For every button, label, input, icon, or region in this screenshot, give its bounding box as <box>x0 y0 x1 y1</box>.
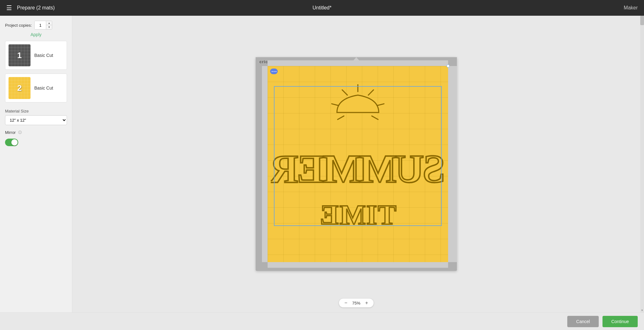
mat-thumbnail-1: 1 <box>8 44 31 66</box>
project-title: Untitled* <box>313 5 331 11</box>
copies-spinner: ▲ ▼ <box>46 21 52 29</box>
material-size-label: Material Size <box>5 109 67 113</box>
design-container[interactable]: SUMMER TIME <box>271 69 445 246</box>
sidebar-empty <box>5 150 67 307</box>
mat-label-1: Basic Cut <box>34 53 53 58</box>
mat-thumbnail-2: 2 <box>8 77 31 99</box>
svg-text:SUMMER: SUMMER <box>271 146 445 191</box>
mirror-label: Mirror <box>5 130 16 135</box>
cancel-button[interactable]: Cancel <box>567 316 599 327</box>
ruler-right <box>448 66 457 262</box>
mat-label-2: Basic Cut <box>34 85 53 91</box>
mirror-toggle[interactable] <box>5 139 18 146</box>
project-copies-label: Project copies: <box>5 23 32 28</box>
canvas-area: cricut <box>72 16 640 312</box>
mat-grid-overlay-1 <box>8 44 31 66</box>
svg-line-2 <box>368 90 374 95</box>
zoom-level: 75% <box>350 301 362 305</box>
svg-line-5 <box>338 116 344 119</box>
mat-card-1[interactable]: 1 Basic Cut <box>5 41 67 70</box>
material-size-select[interactable]: 12" x 12" 12" x 24" Custom <box>5 115 67 125</box>
dot-3 <box>275 71 276 72</box>
mat-grid-overlay-2 <box>8 77 31 99</box>
menu-icon[interactable]: ☰ <box>6 4 12 12</box>
material-size-section: Material Size 12" x 12" 12" x 24" Custom <box>5 109 67 125</box>
mat-grid: SUMMER TIME <box>268 66 448 262</box>
dot-2 <box>274 71 275 72</box>
dot-1 <box>272 71 273 72</box>
continue-button[interactable]: Continue <box>602 316 638 327</box>
options-dots[interactable] <box>270 69 278 74</box>
zoom-controls: − 75% + <box>339 299 374 307</box>
svg-line-6 <box>372 116 378 119</box>
apply-button[interactable]: Apply <box>5 32 67 37</box>
scrollbar-arrows: ▲ ▼ <box>640 16 644 312</box>
scrollbar-thumb[interactable] <box>640 16 644 25</box>
toggle-knob <box>11 139 18 146</box>
header: ☰ Prepare (2 mats) Untitled* Maker <box>0 0 644 16</box>
design-svg: SUMMER TIME <box>271 69 445 246</box>
right-scrollbar[interactable]: ▲ ▼ <box>640 16 644 312</box>
resize-handle-tr[interactable] <box>447 64 450 68</box>
svg-line-1 <box>342 90 347 95</box>
copies-down-button[interactable]: ▼ <box>46 25 52 29</box>
copies-up-button[interactable]: ▲ <box>46 21 52 25</box>
svg-line-4 <box>377 104 384 106</box>
ruler-left <box>262 66 268 262</box>
header-title: Prepare (2 mats) <box>17 5 55 11</box>
footer: Cancel Continue <box>0 312 644 330</box>
mat-board: cricut <box>256 57 457 271</box>
main-layout: Project copies: ▲ ▼ Apply 1 Basic Cut 2 <box>0 16 644 312</box>
mirror-section: Mirror ⓘ <box>5 130 67 135</box>
mat-card-2[interactable]: 2 Basic Cut <box>5 74 67 102</box>
ruler-top <box>268 60 448 66</box>
info-icon[interactable]: ⓘ <box>18 130 22 135</box>
zoom-out-button[interactable]: − <box>343 300 349 306</box>
svg-text:TIME: TIME <box>319 199 396 230</box>
svg-line-3 <box>332 104 339 106</box>
sidebar: Project copies: ▲ ▼ Apply 1 Basic Cut 2 <box>0 16 72 312</box>
project-copies-row: Project copies: ▲ ▼ <box>5 21 67 30</box>
mat-inner: SUMMER TIME <box>268 66 448 262</box>
zoom-in-button[interactable]: + <box>364 300 370 306</box>
maker-label: Maker <box>624 5 638 11</box>
copies-input-group: ▲ ▼ <box>34 21 52 30</box>
copies-input[interactable] <box>35 21 46 29</box>
scroll-down-arrow[interactable]: ▼ <box>640 308 644 312</box>
ruler-bottom <box>268 262 448 268</box>
